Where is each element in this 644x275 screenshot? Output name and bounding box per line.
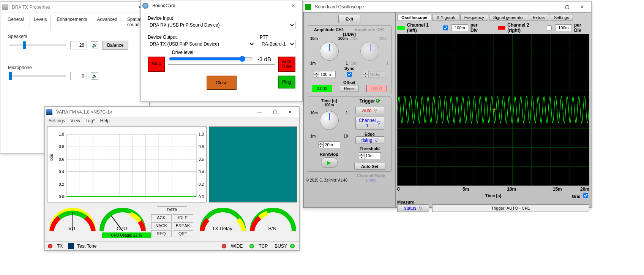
trigger-status: Trigger: AUTO - CH1 [432, 204, 589, 212]
menu-help[interactable]: Help [100, 118, 110, 123]
waterfall-display [209, 126, 297, 202]
qrt-button[interactable]: QRT [173, 230, 193, 237]
close-icon[interactable]: ✕ [575, 2, 590, 11]
tab-levels[interactable]: Levels [30, 15, 51, 29]
balance-button[interactable]: Balance [102, 41, 128, 50]
ch1-div-input[interactable] [451, 24, 468, 31]
channelmode-value[interactable]: single [349, 178, 393, 182]
grid-checkbox[interactable] [583, 193, 588, 198]
menu-settings[interactable]: Settings [49, 118, 65, 123]
threshold-spinner[interactable]: ▴▾ [359, 152, 381, 159]
ch1-div-spinner[interactable]: ▴▾ [314, 71, 336, 78]
ch2-checkbox[interactable] [547, 25, 552, 30]
osc-tab-settings[interactable]: Settings [550, 14, 573, 21]
nack-button[interactable]: NACK [151, 222, 172, 229]
osc-tab-siggen[interactable]: Signal generator [489, 14, 528, 21]
one-div-label: [1/Div] [309, 32, 390, 36]
measure-status-button[interactable]: status ▽ [397, 204, 429, 212]
sync-label: Sync [309, 66, 390, 71]
osc-tab-oscilloscope[interactable]: Oscilloscope [397, 14, 431, 21]
ptt-label: PTT [260, 35, 295, 40]
soundcard-icon [142, 3, 148, 9]
edge-label: Edge [349, 132, 390, 136]
stop-button[interactable]: Stop [148, 57, 165, 72]
time-knob[interactable] [320, 111, 339, 130]
testtone-icon [68, 243, 74, 249]
trigger-edge-button[interactable]: rising ▽ [355, 136, 384, 144]
speaker-mute-icon[interactable]: 🔊 [91, 41, 98, 49]
tab-advanced[interactable]: Advanced [93, 15, 121, 29]
drive-level-slider[interactable] [169, 56, 253, 62]
ch2-div-input[interactable] [555, 24, 572, 31]
cpu-gauge: CPU [98, 206, 146, 233]
device-input-select[interactable]: DRA RX (USB PnP Sound Device) [148, 21, 295, 29]
mic-label: Microphone [8, 65, 142, 70]
tx-led [48, 244, 52, 248]
amp-ch2-knob[interactable] [360, 42, 379, 61]
autoset-button[interactable]: Auto Set [354, 163, 385, 170]
tab-enhancements[interactable]: Enhancements [52, 15, 91, 29]
break-button[interactable]: BREAK [173, 222, 193, 229]
ch1-color-swatch [397, 26, 405, 30]
device-input-label: Device Input [148, 16, 295, 21]
auto-tune-button[interactable]: Auto Tune [278, 57, 295, 72]
minimize-icon[interactable]: — [544, 2, 559, 11]
speakers-value[interactable] [70, 41, 87, 49]
ch2-div-spinner[interactable]: ▴▾ [363, 71, 385, 78]
offset-ch2[interactable]: 0.000 [366, 85, 387, 92]
drive-level-value: -3 dB [254, 56, 275, 62]
scope-display[interactable] [397, 34, 589, 186]
sn-gauge: S/N [248, 206, 296, 233]
menu-log[interactable]: Log* [85, 118, 95, 123]
runstop-button[interactable]: ▶ [321, 157, 338, 168]
soundcard-title: SoundCard [151, 3, 286, 8]
osc-tab-xy[interactable]: X-Y graph [432, 14, 459, 21]
speakers-label: Speakers [8, 34, 142, 39]
offset-ch1[interactable]: 0.000 [312, 85, 332, 92]
close-icon[interactable]: ✕ [286, 1, 301, 10]
menu-view[interactable]: View [70, 118, 80, 123]
req-button[interactable]: REQ [151, 230, 172, 237]
mic-mute-icon[interactable]: 🔈 [91, 72, 98, 80]
osc-tab-freq[interactable]: Frequency [460, 14, 488, 21]
offset-label: Offset [309, 80, 390, 85]
close-icon[interactable]: ✕ [283, 107, 298, 117]
time-spinner[interactable]: ▴▾ [318, 141, 340, 148]
tab-general[interactable]: General [3, 15, 28, 29]
ch1-checkbox[interactable] [443, 25, 448, 30]
close-button[interactable]: Close [207, 76, 237, 90]
offset-reset-button[interactable]: Reset [340, 85, 359, 92]
dra-icon [2, 4, 8, 10]
ptt-select[interactable]: RA-Board-1 [260, 40, 295, 48]
amp-ch1-knob[interactable] [320, 42, 339, 61]
wide-led [222, 244, 226, 248]
exit-button[interactable]: Exit [338, 15, 360, 23]
osc-title: Soundcard Oscilloscope [313, 4, 544, 9]
vara-title: VARA FM v4.1.8 <NS7C-1> [55, 109, 252, 115]
mic-value[interactable] [70, 72, 87, 80]
trigger-mode-button[interactable]: Auto ▽ [355, 107, 384, 114]
data-button[interactable]: DATA [157, 206, 187, 213]
vara-icon [46, 109, 52, 115]
txdelay-gauge: TX Delay [198, 206, 246, 233]
speakers-slider[interactable] [9, 44, 66, 46]
wide-label: WIDE [231, 243, 243, 249]
ch2-label: Channel 2 (right) [507, 22, 543, 33]
trigger-channel-button[interactable]: Channel 1 ▽ [355, 117, 384, 130]
grid-label: Grid [572, 194, 581, 199]
sync-checkbox[interactable] [347, 72, 352, 77]
ack-button[interactable]: ACK [151, 214, 172, 221]
idle-button[interactable]: IDLE [173, 214, 193, 221]
dra-tabs: General Levels Enhancements Advanced Spa… [0, 13, 149, 29]
vara-menu: Settings View Log* Help [45, 117, 299, 124]
device-output-select[interactable]: DRA TX (USB PnP Sound Device) [148, 40, 255, 48]
channelmode-label: Channel Mode [349, 173, 393, 178]
ping-button[interactable]: Ping [278, 76, 295, 89]
measure-label: Measure [397, 200, 414, 204]
minimize-icon[interactable]: — [252, 107, 267, 117]
osc-tab-extras[interactable]: Extras [529, 14, 549, 21]
device-output-label: Device Output [148, 35, 255, 40]
maximize-icon[interactable]: ▢ [559, 2, 575, 11]
mic-slider[interactable] [9, 75, 66, 77]
maximize-icon[interactable]: ▢ [267, 107, 283, 117]
